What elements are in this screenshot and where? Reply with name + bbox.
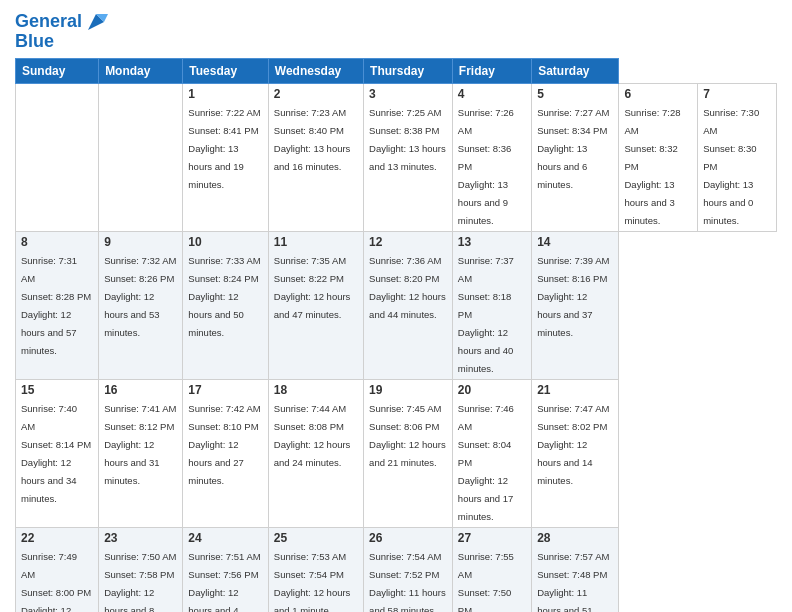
calendar-table: SundayMondayTuesdayWednesdayThursdayFrid… [15, 58, 777, 612]
day-info: Sunrise: 7:50 AMSunset: 7:58 PMDaylight:… [104, 551, 176, 612]
weekday-header: Thursday [364, 59, 453, 84]
day-number: 3 [369, 87, 447, 101]
calendar-cell: 8Sunrise: 7:31 AMSunset: 8:28 PMDaylight… [16, 232, 99, 380]
calendar-cell: 3Sunrise: 7:25 AMSunset: 8:38 PMDaylight… [364, 84, 453, 232]
day-info: Sunrise: 7:47 AMSunset: 8:02 PMDaylight:… [537, 403, 609, 486]
day-info: Sunrise: 7:25 AMSunset: 8:38 PMDaylight:… [369, 107, 446, 172]
day-number: 20 [458, 383, 526, 397]
day-number: 21 [537, 383, 613, 397]
day-number: 26 [369, 531, 447, 545]
empty-cell [99, 84, 183, 232]
calendar-cell: 28Sunrise: 7:57 AMSunset: 7:48 PMDayligh… [532, 528, 619, 613]
day-number: 27 [458, 531, 526, 545]
day-info: Sunrise: 7:41 AMSunset: 8:12 PMDaylight:… [104, 403, 176, 486]
empty-cell [16, 84, 99, 232]
calendar-cell: 21Sunrise: 7:47 AMSunset: 8:02 PMDayligh… [532, 380, 619, 528]
calendar-cell: 2Sunrise: 7:23 AMSunset: 8:40 PMDaylight… [268, 84, 363, 232]
day-info: Sunrise: 7:22 AMSunset: 8:41 PMDaylight:… [188, 107, 260, 190]
day-info: Sunrise: 7:45 AMSunset: 8:06 PMDaylight:… [369, 403, 446, 468]
day-info: Sunrise: 7:23 AMSunset: 8:40 PMDaylight:… [274, 107, 351, 172]
calendar-cell: 13Sunrise: 7:37 AMSunset: 8:18 PMDayligh… [452, 232, 531, 380]
day-number: 13 [458, 235, 526, 249]
day-info: Sunrise: 7:40 AMSunset: 8:14 PMDaylight:… [21, 403, 91, 504]
day-info: Sunrise: 7:36 AMSunset: 8:20 PMDaylight:… [369, 255, 446, 320]
calendar-cell: 14Sunrise: 7:39 AMSunset: 8:16 PMDayligh… [532, 232, 619, 380]
calendar-page: General Blue SundayMondayTuesdayWednesda… [0, 0, 792, 612]
calendar-cell: 11Sunrise: 7:35 AMSunset: 8:22 PMDayligh… [268, 232, 363, 380]
weekday-header: Monday [99, 59, 183, 84]
day-number: 28 [537, 531, 613, 545]
day-info: Sunrise: 7:30 AMSunset: 8:30 PMDaylight:… [703, 107, 759, 226]
calendar-week-row: 8Sunrise: 7:31 AMSunset: 8:28 PMDaylight… [16, 232, 777, 380]
day-number: 15 [21, 383, 93, 397]
day-number: 8 [21, 235, 93, 249]
logo: General Blue [15, 10, 108, 52]
day-number: 17 [188, 383, 262, 397]
day-number: 18 [274, 383, 358, 397]
calendar-cell: 12Sunrise: 7:36 AMSunset: 8:20 PMDayligh… [364, 232, 453, 380]
day-info: Sunrise: 7:54 AMSunset: 7:52 PMDaylight:… [369, 551, 446, 612]
calendar-cell: 6Sunrise: 7:28 AMSunset: 8:32 PMDaylight… [619, 84, 698, 232]
calendar-cell: 15Sunrise: 7:40 AMSunset: 8:14 PMDayligh… [16, 380, 99, 528]
day-number: 16 [104, 383, 177, 397]
day-info: Sunrise: 7:28 AMSunset: 8:32 PMDaylight:… [624, 107, 680, 226]
weekday-header: Friday [452, 59, 531, 84]
day-number: 6 [624, 87, 692, 101]
calendar-cell: 10Sunrise: 7:33 AMSunset: 8:24 PMDayligh… [183, 232, 268, 380]
day-number: 10 [188, 235, 262, 249]
day-number: 11 [274, 235, 358, 249]
logo-icon [84, 10, 108, 34]
day-number: 24 [188, 531, 262, 545]
calendar-cell: 17Sunrise: 7:42 AMSunset: 8:10 PMDayligh… [183, 380, 268, 528]
day-number: 1 [188, 87, 262, 101]
calendar-week-row: 22Sunrise: 7:49 AMSunset: 8:00 PMDayligh… [16, 528, 777, 613]
day-number: 5 [537, 87, 613, 101]
day-info: Sunrise: 7:53 AMSunset: 7:54 PMDaylight:… [274, 551, 351, 612]
calendar-cell: 18Sunrise: 7:44 AMSunset: 8:08 PMDayligh… [268, 380, 363, 528]
calendar-cell: 23Sunrise: 7:50 AMSunset: 7:58 PMDayligh… [99, 528, 183, 613]
day-number: 12 [369, 235, 447, 249]
calendar-week-row: 15Sunrise: 7:40 AMSunset: 8:14 PMDayligh… [16, 380, 777, 528]
day-info: Sunrise: 7:49 AMSunset: 8:00 PMDaylight:… [21, 551, 91, 612]
calendar-week-row: 1Sunrise: 7:22 AMSunset: 8:41 PMDaylight… [16, 84, 777, 232]
day-number: 23 [104, 531, 177, 545]
calendar-cell: 24Sunrise: 7:51 AMSunset: 7:56 PMDayligh… [183, 528, 268, 613]
calendar-cell: 25Sunrise: 7:53 AMSunset: 7:54 PMDayligh… [268, 528, 363, 613]
calendar-cell: 5Sunrise: 7:27 AMSunset: 8:34 PMDaylight… [532, 84, 619, 232]
calendar-cell: 4Sunrise: 7:26 AMSunset: 8:36 PMDaylight… [452, 84, 531, 232]
day-info: Sunrise: 7:42 AMSunset: 8:10 PMDaylight:… [188, 403, 260, 486]
day-info: Sunrise: 7:46 AMSunset: 8:04 PMDaylight:… [458, 403, 514, 522]
day-number: 14 [537, 235, 613, 249]
day-number: 9 [104, 235, 177, 249]
day-number: 19 [369, 383, 447, 397]
day-number: 7 [703, 87, 771, 101]
day-info: Sunrise: 7:57 AMSunset: 7:48 PMDaylight:… [537, 551, 609, 612]
calendar-cell: 26Sunrise: 7:54 AMSunset: 7:52 PMDayligh… [364, 528, 453, 613]
day-number: 25 [274, 531, 358, 545]
calendar-cell: 1Sunrise: 7:22 AMSunset: 8:41 PMDaylight… [183, 84, 268, 232]
day-info: Sunrise: 7:33 AMSunset: 8:24 PMDaylight:… [188, 255, 260, 338]
calendar-cell: 9Sunrise: 7:32 AMSunset: 8:26 PMDaylight… [99, 232, 183, 380]
day-number: 22 [21, 531, 93, 545]
calendar-cell: 20Sunrise: 7:46 AMSunset: 8:04 PMDayligh… [452, 380, 531, 528]
calendar-cell: 7Sunrise: 7:30 AMSunset: 8:30 PMDaylight… [698, 84, 777, 232]
calendar-cell: 19Sunrise: 7:45 AMSunset: 8:06 PMDayligh… [364, 380, 453, 528]
day-number: 2 [274, 87, 358, 101]
day-info: Sunrise: 7:31 AMSunset: 8:28 PMDaylight:… [21, 255, 91, 356]
weekday-header: Sunday [16, 59, 99, 84]
logo-text: General [15, 12, 82, 32]
day-number: 4 [458, 87, 526, 101]
day-info: Sunrise: 7:37 AMSunset: 8:18 PMDaylight:… [458, 255, 514, 374]
calendar-cell: 27Sunrise: 7:55 AMSunset: 7:50 PMDayligh… [452, 528, 531, 613]
day-info: Sunrise: 7:55 AMSunset: 7:50 PMDaylight:… [458, 551, 514, 612]
weekday-header: Saturday [532, 59, 619, 84]
calendar-header-row: SundayMondayTuesdayWednesdayThursdayFrid… [16, 59, 777, 84]
day-info: Sunrise: 7:51 AMSunset: 7:56 PMDaylight:… [188, 551, 260, 612]
day-info: Sunrise: 7:26 AMSunset: 8:36 PMDaylight:… [458, 107, 514, 226]
day-info: Sunrise: 7:32 AMSunset: 8:26 PMDaylight:… [104, 255, 176, 338]
weekday-header: Wednesday [268, 59, 363, 84]
weekday-header: Tuesday [183, 59, 268, 84]
day-info: Sunrise: 7:39 AMSunset: 8:16 PMDaylight:… [537, 255, 609, 338]
day-info: Sunrise: 7:35 AMSunset: 8:22 PMDaylight:… [274, 255, 351, 320]
page-header: General Blue [15, 10, 777, 52]
